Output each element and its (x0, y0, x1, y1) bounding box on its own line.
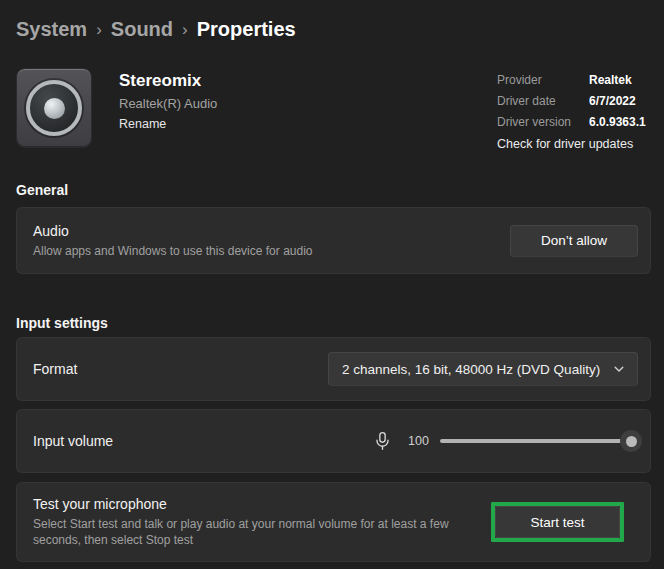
general-section-header: General (16, 182, 651, 198)
breadcrumb-sound[interactable]: Sound (111, 18, 173, 41)
click-target-annotation: Start test (491, 502, 624, 542)
device-titles: Stereomix Realtek(R) Audio Rename (119, 68, 497, 148)
microphone-icon (373, 431, 392, 451)
test-microphone-card: Test your microphone Select Start test a… (16, 482, 651, 562)
test-microphone-subtitle: Select Start test and talk or play audio… (33, 516, 491, 548)
audio-card-text: Audio Allow apps and Windows to use this… (33, 223, 510, 259)
speaker-dome (44, 98, 65, 119)
start-test-button[interactable]: Start test (495, 506, 620, 538)
driver-date-label: Driver date (497, 94, 589, 108)
format-card: Format 2 channels, 16 bit, 48000 Hz (DVD… (16, 337, 651, 401)
driver-version-value: 6.0.9363.1 (589, 115, 651, 129)
format-dropdown-value: 2 channels, 16 bit, 48000 Hz (DVD Qualit… (342, 362, 600, 377)
test-microphone-text: Test your microphone Select Start test a… (33, 496, 491, 548)
driver-info: Provider Realtek Driver date 6/7/2022 Dr… (497, 68, 651, 148)
speaker-icon (16, 68, 92, 148)
driver-grid: Provider Realtek Driver date 6/7/2022 Dr… (497, 73, 651, 129)
chevron-right-icon: › (96, 19, 102, 40)
slider-track[interactable] (440, 439, 636, 443)
device-header: Stereomix Realtek(R) Audio Rename Provid… (16, 68, 651, 148)
breadcrumb-system[interactable]: System (16, 18, 87, 41)
format-label: Format (33, 361, 328, 377)
breadcrumb-properties: Properties (197, 18, 296, 41)
sound-properties-page: System › Sound › Properties Stereomix Re… (0, 0, 664, 569)
device-manufacturer: Realtek(R) Audio (119, 96, 497, 111)
audio-permission-card: Audio Allow apps and Windows to use this… (16, 207, 651, 274)
input-volume-slider[interactable] (440, 430, 638, 452)
audio-card-title: Audio (33, 223, 510, 239)
input-volume-label: Input volume (33, 433, 373, 449)
format-dropdown[interactable]: 2 channels, 16 bit, 48000 Hz (DVD Qualit… (328, 352, 638, 386)
input-volume-card-text: Input volume (33, 433, 373, 449)
device-name: Stereomix (119, 71, 497, 91)
dont-allow-button[interactable]: Don’t allow (510, 225, 638, 257)
rename-link[interactable]: Rename (119, 117, 166, 131)
chevron-right-icon: › (182, 19, 188, 40)
driver-version-label: Driver version (497, 115, 589, 129)
driver-date-value: 6/7/2022 (589, 94, 651, 108)
driver-provider-label: Provider (497, 73, 589, 87)
input-volume-card: Input volume 100 (16, 409, 651, 473)
format-card-text: Format (33, 361, 328, 377)
test-microphone-title: Test your microphone (33, 496, 491, 512)
audio-card-subtitle: Allow apps and Windows to use this devic… (33, 243, 510, 259)
check-driver-updates-link[interactable]: Check for driver updates (497, 137, 633, 151)
driver-provider-value: Realtek (589, 73, 651, 87)
chevron-down-icon (613, 363, 625, 375)
input-volume-value: 100 (408, 434, 434, 448)
breadcrumb: System › Sound › Properties (16, 0, 651, 44)
input-volume-controls: 100 (373, 430, 638, 452)
slider-thumb[interactable] (620, 430, 642, 452)
input-settings-section-header: Input settings (16, 315, 651, 331)
speaker-ring (26, 80, 82, 136)
